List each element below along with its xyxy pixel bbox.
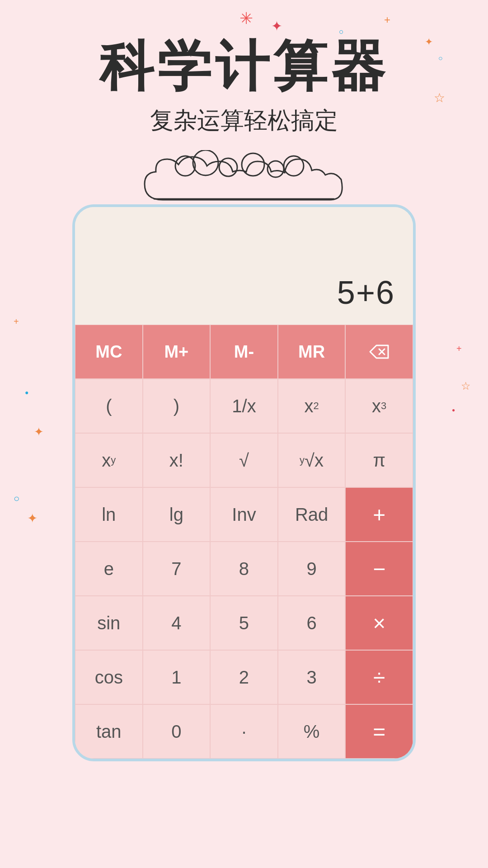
lg-button[interactable]: lg <box>143 487 211 542</box>
page-subtitle: 复杂运算轻松搞定 <box>0 105 488 137</box>
deco-plus-3: + <box>456 344 462 354</box>
2-button[interactable]: 2 <box>210 650 278 704</box>
5-button[interactable]: 5 <box>210 596 278 650</box>
backspace-icon <box>368 344 390 360</box>
9-button[interactable]: 9 <box>278 542 346 596</box>
cos-button[interactable]: cos <box>75 650 143 704</box>
rparen-button[interactable]: ) <box>143 379 211 433</box>
divide-button[interactable]: ÷ <box>345 650 413 704</box>
inv-x-button[interactable]: 1/x <box>210 379 278 433</box>
6-button[interactable]: 6 <box>278 596 346 650</box>
3-button[interactable]: 3 <box>278 650 346 704</box>
backspace-button[interactable] <box>345 325 413 379</box>
tan-button[interactable]: tan <box>75 704 143 759</box>
1-button[interactable]: 1 <box>143 650 211 704</box>
page-title: 科学计算器 <box>0 36 488 96</box>
7-button[interactable]: 7 <box>143 542 211 596</box>
xfact-button[interactable]: x! <box>143 433 211 487</box>
svg-point-2 <box>219 158 237 176</box>
deco-star-5: ✦ <box>27 511 38 526</box>
inv-button[interactable]: Inv <box>210 487 278 542</box>
e-button[interactable]: e <box>75 542 143 596</box>
ysqrtx-button[interactable]: y√x <box>278 433 346 487</box>
ln-button[interactable]: ln <box>75 487 143 542</box>
multiply-button[interactable]: × <box>345 596 413 650</box>
8-button[interactable]: 8 <box>210 542 278 596</box>
x2-button[interactable]: x2 <box>278 379 346 433</box>
mr-button[interactable]: MR <box>278 325 346 379</box>
display-expression: 5+6 <box>337 274 395 311</box>
title-area: 科学计算器 复杂运算轻松搞定 <box>0 0 488 137</box>
deco-star-4: ✦ <box>34 425 44 439</box>
minus-button[interactable]: − <box>345 542 413 596</box>
cloud-illustration <box>0 150 488 209</box>
mplus-button[interactable]: M+ <box>143 325 211 379</box>
lparen-button[interactable]: ( <box>75 379 143 433</box>
cloud-svg <box>136 150 352 209</box>
x3-button[interactable]: x3 <box>345 379 413 433</box>
xy-button[interactable]: xy <box>75 433 143 487</box>
display-area: 5+6 <box>75 207 413 325</box>
deco-plus-2: + <box>14 316 19 327</box>
sin-button[interactable]: sin <box>75 596 143 650</box>
deco-dot-2: ● <box>452 407 455 413</box>
equals-button[interactable]: = <box>345 704 413 759</box>
deco-star-6: ☆ <box>461 380 471 392</box>
pi-button[interactable]: π <box>345 433 413 487</box>
mminus-button[interactable]: M- <box>210 325 278 379</box>
mc-button[interactable]: MC <box>75 325 143 379</box>
calculator-body: 5+6 MC M+ M- MR ( ) 1/x x2 x3 xy x! √ y√… <box>72 204 416 761</box>
deco-circle-3: ○ <box>14 493 19 505</box>
plus-button[interactable]: + <box>345 487 413 542</box>
svg-point-3 <box>242 153 264 176</box>
sqrt-button[interactable]: √ <box>210 433 278 487</box>
0-button[interactable]: 0 <box>143 704 211 759</box>
button-grid: MC M+ M- MR ( ) 1/x x2 x3 xy x! √ y√x π … <box>75 325 413 759</box>
dot-button[interactable]: · <box>210 704 278 759</box>
deco-dot-1: ● <box>25 389 28 396</box>
percent-button[interactable]: % <box>278 704 346 759</box>
4-button[interactable]: 4 <box>143 596 211 650</box>
rad-button[interactable]: Rad <box>278 487 346 542</box>
